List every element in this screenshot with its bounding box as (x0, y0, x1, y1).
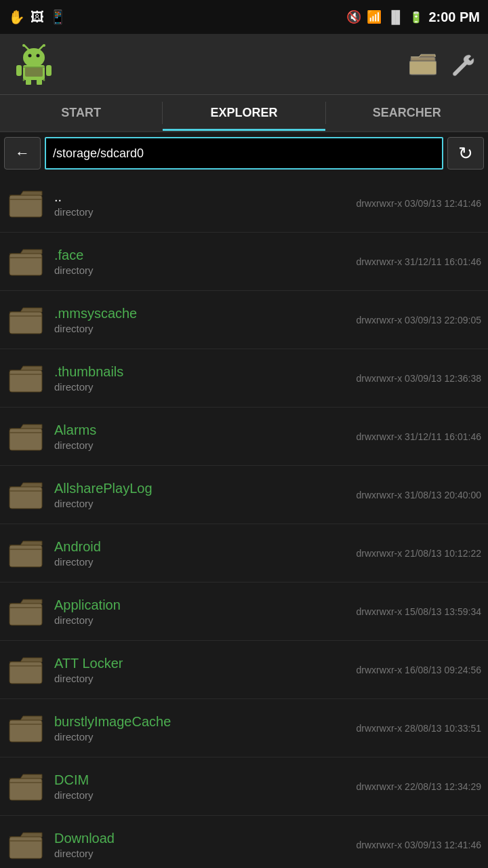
back-button[interactable]: ← (4, 137, 41, 170)
svg-line-3 (24, 45, 28, 50)
svg-rect-17 (409, 61, 436, 75)
file-type: directory (54, 498, 357, 509)
path-input[interactable] (45, 137, 443, 170)
file-meta: drwxrwxr-x 22/08/13 12:34:29 (357, 781, 481, 792)
list-item[interactable]: Download directory drwxrwxr-x 03/09/13 1… (0, 816, 488, 868)
battery-icon: 🔋 (409, 11, 423, 24)
tab-start[interactable]: START (0, 95, 162, 131)
file-meta: drwxrwxr-x 31/12/11 16:01:46 (357, 256, 481, 267)
wrench-icon[interactable] (450, 52, 474, 77)
wifi-icon: 📶 (367, 9, 382, 24)
image-icon: 🖼 (30, 9, 44, 25)
refresh-icon: ↻ (458, 143, 473, 164)
svg-rect-24 (9, 545, 42, 567)
file-meta: drwxrwxr-x 31/12/11 16:01:46 (357, 431, 481, 442)
svg-rect-9 (46, 65, 52, 76)
file-type: directory (54, 673, 357, 684)
folder-open-icon[interactable] (409, 53, 436, 76)
list-item[interactable]: ATT Locker directory drwxrwxr-x 16/08/13… (0, 641, 488, 699)
svg-point-5 (22, 44, 25, 47)
file-type: directory (54, 556, 357, 568)
back-arrow-icon: ← (15, 144, 30, 162)
file-type: directory (54, 323, 357, 334)
list-item[interactable]: Application directory drwxrwxr-x 15/08/1… (0, 583, 488, 641)
folder-icon (7, 534, 45, 572)
svg-rect-21 (9, 370, 42, 392)
file-info: ATT Locker directory (54, 656, 357, 684)
folder-icon (7, 418, 45, 456)
file-name: Application (54, 597, 357, 613)
file-type: directory (54, 381, 357, 393)
file-name: .. (54, 189, 357, 205)
folder-icon (7, 184, 45, 222)
file-list: .. directory drwxrwxr-x 03/09/13 12:41:4… (0, 174, 488, 868)
svg-rect-25 (9, 604, 42, 625)
svg-rect-27 (9, 720, 42, 742)
file-meta: drwxrwxr-x 03/09/13 22:09:05 (357, 315, 481, 326)
app-logo (14, 44, 54, 85)
tab-bar: START EXPLORER SEARCHER (0, 95, 488, 132)
file-info: DCIM directory (54, 772, 357, 801)
folder-icon (7, 768, 45, 806)
status-bar: ✋ 🖼 📱 🔇 📶 ▐▌ 🔋 2:00 PM (0, 0, 488, 34)
svg-rect-12 (25, 67, 43, 77)
file-meta: drwxrwxr-x 03/09/13 12:36:38 (357, 373, 481, 384)
file-name: .mmsyscache (54, 306, 357, 321)
folder-icon (7, 826, 45, 864)
file-type: directory (54, 206, 357, 218)
file-info: AllsharePlayLog directory (54, 481, 357, 509)
svg-rect-28 (9, 778, 42, 800)
svg-rect-29 (9, 837, 42, 859)
app-header (0, 34, 488, 95)
status-time: 2:00 PM (428, 9, 480, 25)
file-info: .mmsyscache directory (54, 306, 357, 334)
file-info: Android directory (54, 539, 357, 568)
refresh-button[interactable]: ↻ (447, 137, 484, 170)
list-item[interactable]: Alarms directory drwxrwxr-x 31/12/11 16:… (0, 408, 488, 466)
list-item[interactable]: burstlyImageCache directory drwxrwxr-x 2… (0, 699, 488, 757)
svg-rect-20 (9, 312, 42, 334)
file-meta: drwxrwxr-x 28/08/13 10:33:51 (357, 723, 481, 734)
file-meta: drwxrwxr-x 03/09/13 12:41:46 (357, 198, 481, 209)
mute-icon: 🔇 (346, 9, 361, 24)
file-name: Download (54, 831, 357, 846)
file-type: directory (54, 439, 357, 451)
file-name: burstlyImageCache (54, 714, 357, 730)
list-item[interactable]: Android directory drwxrwxr-x 21/08/13 10… (0, 524, 488, 583)
list-item[interactable]: .thumbnails directory drwxrwxr-x 03/09/1… (0, 349, 488, 408)
path-navigation-bar: ← ↻ (0, 132, 488, 174)
svg-point-2 (37, 54, 40, 57)
file-meta: drwxrwxr-x 03/09/13 12:41:46 (357, 840, 481, 850)
folder-icon (7, 709, 45, 747)
list-item[interactable]: AllsharePlayLog directory drwxrwxr-x 31/… (0, 466, 488, 524)
svg-rect-19 (9, 254, 42, 275)
file-name: DCIM (54, 772, 357, 788)
list-item[interactable]: DCIM directory drwxrwxr-x 22/08/13 12:34… (0, 757, 488, 816)
file-name: AllsharePlayLog (54, 481, 357, 496)
folder-icon (7, 651, 45, 689)
list-item[interactable]: .. directory drwxrwxr-x 03/09/13 12:41:4… (0, 174, 488, 233)
svg-rect-22 (9, 429, 42, 450)
file-name: Alarms (54, 422, 357, 438)
file-info: .. directory (54, 189, 357, 218)
file-type: directory (54, 789, 357, 801)
svg-rect-8 (16, 65, 22, 76)
svg-rect-23 (9, 487, 42, 509)
file-meta: drwxrwxr-x 15/08/13 13:59:34 (357, 606, 481, 617)
header-action-icons (409, 52, 474, 77)
folder-icon (7, 476, 45, 514)
svg-rect-26 (9, 662, 42, 684)
tab-explorer[interactable]: EXPLORER (163, 95, 325, 131)
folder-icon (7, 243, 45, 281)
svg-point-14 (23, 79, 25, 81)
svg-rect-10 (26, 79, 31, 85)
file-name: .face (54, 248, 357, 263)
status-right-icons: 🔇 📶 ▐▌ 🔋 2:00 PM (346, 9, 480, 25)
file-info: burstlyImageCache directory (54, 714, 357, 743)
list-item[interactable]: .mmsyscache directory drwxrwxr-x 03/09/1… (0, 291, 488, 349)
file-name: .thumbnails (54, 364, 357, 380)
svg-point-1 (28, 54, 32, 57)
svg-point-15 (43, 79, 45, 81)
tab-searcher[interactable]: SEARCHER (326, 95, 488, 131)
list-item[interactable]: .face directory drwxrwxr-x 31/12/11 16:0… (0, 233, 488, 291)
